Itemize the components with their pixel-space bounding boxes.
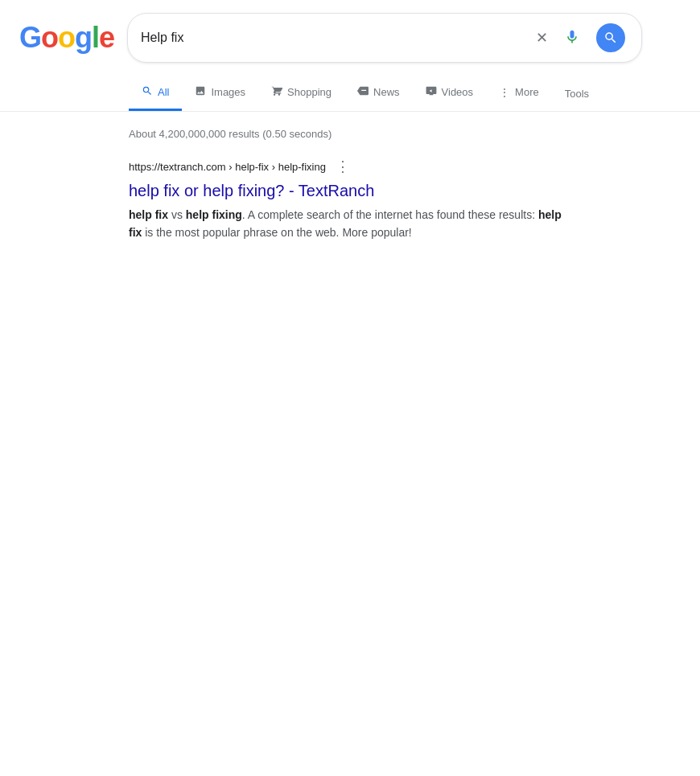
shopping-icon	[271, 85, 282, 99]
tab-all[interactable]: All	[129, 76, 182, 111]
images-icon	[195, 85, 206, 99]
result-url-row: https://textranch.com › help-fix › help-…	[129, 156, 571, 177]
search-result: https://textranch.com › help-fix › help-…	[129, 156, 571, 241]
clear-icon: ✕	[536, 29, 548, 47]
result-options-button[interactable]: ⋮	[332, 156, 353, 177]
all-icon	[142, 85, 153, 99]
google-logo[interactable]: Google	[19, 21, 114, 55]
tab-more[interactable]: ⋮ More	[486, 76, 552, 111]
tab-all-label: All	[158, 86, 169, 98]
tools-button[interactable]: Tools	[552, 78, 602, 109]
search-button[interactable]	[593, 20, 628, 55]
results-area: About 4,200,000,000 results (0.50 second…	[0, 112, 700, 257]
tab-news-label: News	[373, 86, 400, 98]
search-icons: ✕	[533, 20, 628, 55]
result-title-link[interactable]: help fix or help fixing? - TextRanch	[129, 180, 571, 201]
result-snippet: help fix vs help fixing. A complete sear…	[129, 206, 571, 241]
header: Google ✕	[0, 0, 700, 76]
search-tabs: All Images Shopping News Videos ⋮ More T…	[0, 76, 700, 112]
mic-icon	[564, 29, 580, 47]
tab-shopping[interactable]: Shopping	[258, 76, 344, 111]
tab-more-label: More	[515, 86, 539, 98]
videos-icon	[426, 85, 437, 99]
tab-news[interactable]: News	[344, 76, 413, 111]
tab-images-label: Images	[211, 86, 245, 98]
news-icon	[357, 85, 369, 99]
tab-shopping-label: Shopping	[287, 86, 331, 98]
tab-videos-label: Videos	[442, 86, 474, 98]
search-bar: ✕	[127, 13, 642, 63]
tab-videos[interactable]: Videos	[413, 76, 487, 111]
search-bar-wrapper: ✕	[127, 13, 642, 63]
voice-search-button[interactable]	[561, 26, 583, 51]
result-url: https://textranch.com › help-fix › help-…	[129, 161, 326, 173]
search-icon-circle	[596, 23, 625, 52]
results-stats: About 4,200,000,000 results (0.50 second…	[129, 128, 571, 140]
more-icon: ⋮	[499, 86, 510, 99]
tab-images[interactable]: Images	[182, 76, 258, 111]
search-input[interactable]	[141, 31, 526, 45]
clear-button[interactable]: ✕	[533, 26, 551, 50]
